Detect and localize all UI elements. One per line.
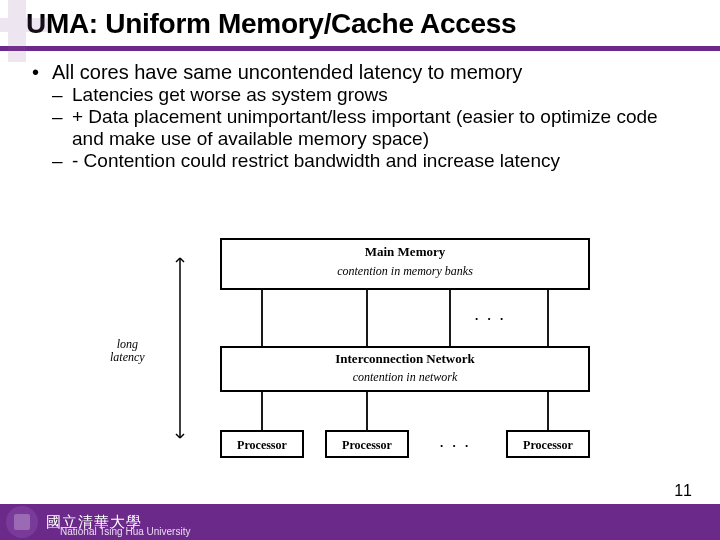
page-number: 11 bbox=[674, 482, 692, 500]
bullet-main-text: All cores have same uncontended latency … bbox=[52, 61, 522, 83]
processor-box-1: Processor bbox=[220, 430, 304, 458]
interconnection-sub: contention in network bbox=[222, 370, 588, 385]
main-memory-box: Main Memory contention in memory banks bbox=[220, 238, 590, 290]
bullet-sub-1: Latencies get worse as system grows bbox=[52, 84, 690, 106]
architecture-diagram: long latency Main Memory contention in m… bbox=[120, 238, 620, 468]
main-memory-sub: contention in memory banks bbox=[222, 264, 588, 279]
university-logo-icon bbox=[6, 506, 38, 538]
dots-top: . . . bbox=[475, 308, 506, 324]
dots-bottom: . . . bbox=[440, 435, 471, 451]
footer-bar: 國立清華大學 National Tsing Hua University bbox=[0, 504, 720, 540]
slide-title: UMA: Uniform Memory/Cache Access bbox=[26, 8, 694, 40]
bullet-main: All cores have same uncontended latency … bbox=[30, 61, 690, 171]
bullet-sub-2: + Data placement unimportant/less import… bbox=[52, 106, 690, 150]
processor-box-2: Processor bbox=[325, 430, 409, 458]
interconnection-box: Interconnection Network contention in ne… bbox=[220, 346, 590, 392]
processor-box-3: Processor bbox=[506, 430, 590, 458]
title-area: UMA: Uniform Memory/Cache Access bbox=[0, 0, 720, 44]
interconnection-title: Interconnection Network bbox=[222, 351, 588, 367]
watermark-logo bbox=[0, 0, 68, 68]
content-area: All cores have same uncontended latency … bbox=[0, 51, 720, 171]
slide: UMA: Uniform Memory/Cache Access All cor… bbox=[0, 0, 720, 540]
main-memory-title: Main Memory bbox=[222, 244, 588, 260]
footer-university-en: National Tsing Hua University bbox=[60, 526, 190, 537]
bullet-sub-3: - Contention could restrict bandwidth an… bbox=[52, 150, 690, 172]
